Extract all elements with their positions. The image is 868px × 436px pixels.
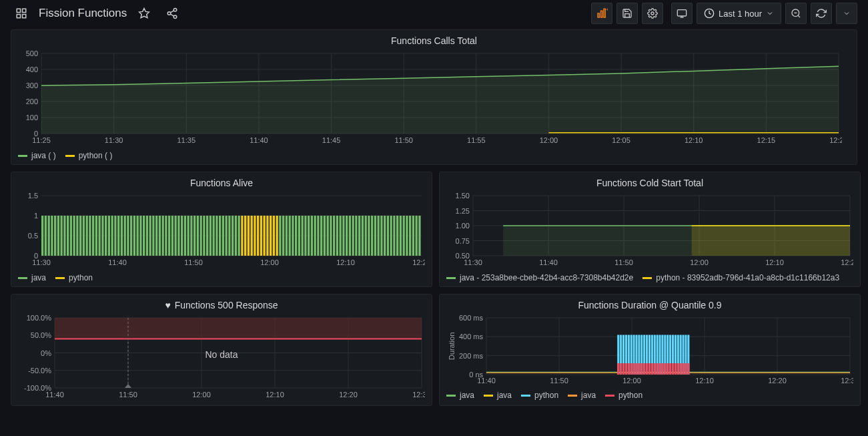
svg-rect-181 bbox=[387, 216, 389, 256]
svg-text:11:50: 11:50 bbox=[394, 136, 413, 144]
svg-text:12:30: 12:30 bbox=[841, 377, 853, 385]
svg-rect-154 bbox=[302, 216, 304, 256]
svg-text:0.5: 0.5 bbox=[28, 232, 38, 240]
svg-rect-136 bbox=[244, 216, 246, 256]
panel-cold-start[interactable]: Functions Cold Start Total 0.500.751.001… bbox=[439, 172, 861, 287]
legend-item[interactable]: python - 83952adb-796d-41a0-a8cb-d1c1166… bbox=[642, 273, 839, 282]
svg-rect-1 bbox=[23, 9, 26, 12]
svg-rect-187 bbox=[406, 216, 408, 256]
svg-rect-109 bbox=[159, 216, 161, 256]
legend-item[interactable]: python bbox=[521, 391, 558, 400]
svg-text:200 ms: 200 ms bbox=[459, 352, 484, 360]
svg-rect-155 bbox=[304, 216, 306, 256]
svg-text:12:10: 12:10 bbox=[336, 258, 355, 266]
svg-text:+: + bbox=[606, 7, 608, 13]
svg-text:0%: 0% bbox=[41, 349, 51, 357]
settings-button[interactable] bbox=[642, 3, 663, 24]
svg-rect-159 bbox=[317, 216, 319, 256]
svg-rect-290 bbox=[646, 363, 648, 375]
legend-duration: java java python java python bbox=[446, 387, 853, 400]
zoom-out-button[interactable] bbox=[785, 3, 807, 24]
svg-rect-280 bbox=[633, 363, 635, 375]
svg-text:1.25: 1.25 bbox=[456, 207, 470, 215]
legend-cold-start: java - 253a8bee-cbeb-42b4-acc8-7308b4b42… bbox=[446, 269, 853, 282]
svg-rect-310 bbox=[672, 363, 674, 375]
svg-text:400: 400 bbox=[26, 65, 38, 73]
svg-text:12:20: 12:20 bbox=[841, 258, 853, 266]
svg-rect-306 bbox=[667, 363, 669, 375]
legend-item[interactable]: java bbox=[18, 273, 46, 282]
svg-text:11:30: 11:30 bbox=[32, 258, 51, 266]
svg-rect-143 bbox=[266, 216, 268, 256]
svg-text:12:05: 12:05 bbox=[612, 136, 630, 144]
svg-text:11:50: 11:50 bbox=[184, 258, 203, 266]
svg-rect-113 bbox=[171, 216, 173, 256]
svg-rect-318 bbox=[683, 363, 685, 375]
svg-rect-169 bbox=[349, 216, 351, 256]
svg-rect-189 bbox=[412, 216, 414, 256]
legend-item[interactable]: python bbox=[55, 273, 93, 282]
svg-rect-88 bbox=[92, 216, 94, 256]
svg-rect-93 bbox=[108, 216, 110, 256]
svg-text:11:30: 11:30 bbox=[105, 136, 123, 144]
dashboard-grid-icon[interactable] bbox=[11, 3, 32, 24]
svg-text:-50.0%: -50.0% bbox=[28, 367, 51, 375]
svg-rect-123 bbox=[203, 216, 205, 256]
svg-point-7 bbox=[174, 15, 177, 19]
svg-marker-4 bbox=[139, 9, 149, 18]
svg-text:11:40: 11:40 bbox=[539, 258, 558, 266]
legend-item[interactable]: java bbox=[484, 391, 512, 400]
svg-rect-322 bbox=[687, 363, 689, 375]
svg-text:1.5: 1.5 bbox=[28, 192, 38, 200]
dashboard-title[interactable]: Fission Functions bbox=[39, 7, 127, 20]
svg-rect-167 bbox=[342, 216, 344, 256]
svg-rect-282 bbox=[635, 363, 637, 375]
svg-rect-112 bbox=[168, 216, 170, 256]
svg-text:11:30: 11:30 bbox=[464, 258, 482, 266]
svg-rect-166 bbox=[340, 216, 342, 256]
cycle-view-button[interactable] bbox=[671, 3, 693, 24]
refresh-button[interactable] bbox=[811, 3, 832, 24]
legend-item[interactable]: java bbox=[568, 391, 596, 400]
svg-rect-95 bbox=[114, 216, 116, 256]
star-icon[interactable] bbox=[133, 3, 155, 24]
svg-rect-171 bbox=[355, 216, 357, 256]
panel-title: Functions Alive bbox=[18, 178, 425, 188]
legend-item[interactable]: python ( ) bbox=[65, 151, 113, 160]
svg-rect-101 bbox=[133, 216, 135, 256]
panel-alive[interactable]: Functions Alive 00.511.511:3011:4011:501… bbox=[11, 172, 432, 287]
svg-rect-144 bbox=[270, 216, 272, 256]
add-panel-button[interactable]: + bbox=[591, 3, 612, 24]
svg-rect-77 bbox=[57, 216, 59, 256]
svg-rect-0 bbox=[17, 9, 20, 12]
panel-500-response[interactable]: ♥Functions 500 Response -100.0%-50.0%0%5… bbox=[11, 294, 432, 406]
svg-rect-110 bbox=[162, 216, 164, 256]
legend-item[interactable]: java - 253a8bee-cbeb-42b4-acc8-7308b4b42… bbox=[446, 273, 633, 282]
svg-rect-111 bbox=[165, 216, 167, 256]
legend-item[interactable]: java ( ) bbox=[18, 151, 56, 160]
legend-item[interactable]: java bbox=[446, 391, 474, 400]
save-button[interactable] bbox=[616, 3, 638, 24]
share-icon[interactable] bbox=[161, 3, 183, 24]
svg-rect-139 bbox=[254, 216, 256, 256]
svg-rect-100 bbox=[130, 216, 132, 256]
svg-rect-157 bbox=[311, 216, 313, 256]
svg-rect-140 bbox=[257, 216, 259, 256]
svg-rect-314 bbox=[677, 363, 679, 375]
svg-rect-135 bbox=[241, 216, 243, 256]
svg-rect-158 bbox=[314, 216, 316, 256]
svg-point-5 bbox=[174, 9, 177, 12]
heart-icon: ♥ bbox=[165, 300, 170, 310]
panel-duration[interactable]: Functions Duration @ Quantile 0.9 Durati… bbox=[439, 294, 861, 406]
panel-calls-total[interactable]: Functions Calls Total 010020030040050011… bbox=[11, 29, 857, 165]
svg-rect-188 bbox=[409, 216, 411, 256]
svg-rect-107 bbox=[152, 216, 154, 256]
time-range-picker[interactable]: Last 1 hour bbox=[697, 3, 781, 24]
svg-rect-94 bbox=[111, 216, 113, 256]
svg-rect-132 bbox=[232, 216, 234, 256]
svg-rect-142 bbox=[264, 216, 266, 256]
refresh-interval-dropdown[interactable] bbox=[836, 3, 857, 24]
legend-item[interactable]: python bbox=[605, 391, 642, 400]
svg-rect-141 bbox=[260, 216, 262, 256]
svg-rect-120 bbox=[193, 216, 195, 256]
